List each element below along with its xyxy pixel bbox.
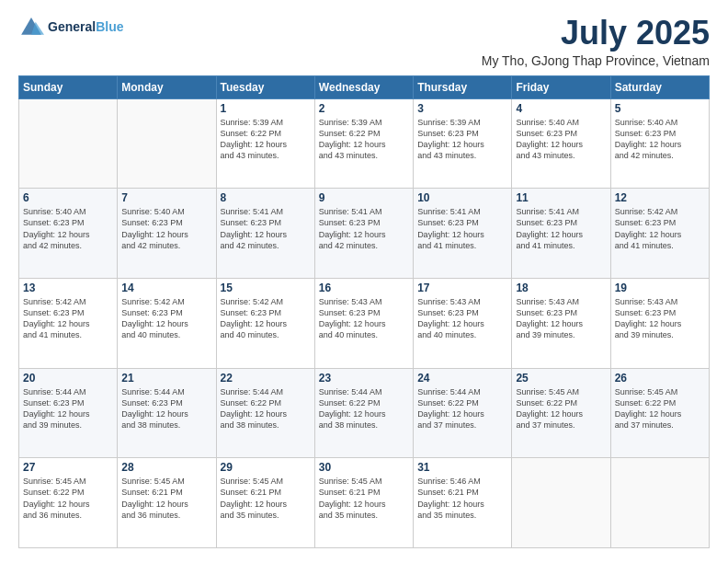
calendar-week-3: 13Sunrise: 5:42 AM Sunset: 6:23 PM Dayli… xyxy=(19,278,710,368)
day-number: 11 xyxy=(516,191,606,204)
day-number: 1 xyxy=(221,102,311,115)
calendar-header-tuesday: Tuesday xyxy=(216,75,314,98)
day-number: 15 xyxy=(221,282,311,294)
calendar-day-13: 13Sunrise: 5:42 AM Sunset: 6:23 PM Dayli… xyxy=(19,278,118,368)
calendar-week-2: 6Sunrise: 5:40 AM Sunset: 6:23 PM Daylig… xyxy=(19,189,710,279)
main-title: July 2025 xyxy=(482,15,710,52)
calendar-day-12: 12Sunrise: 5:42 AM Sunset: 6:23 PM Dayli… xyxy=(610,189,709,279)
day-info: Sunrise: 5:43 AM Sunset: 6:23 PM Dayligh… xyxy=(516,296,606,341)
day-info: Sunrise: 5:39 AM Sunset: 6:22 PM Dayligh… xyxy=(221,117,311,162)
day-number: 28 xyxy=(121,461,211,474)
day-info: Sunrise: 5:45 AM Sunset: 6:22 PM Dayligh… xyxy=(23,476,113,521)
logo: GeneralBlue xyxy=(18,15,123,40)
day-number: 30 xyxy=(319,461,409,474)
calendar-day-20: 20Sunrise: 5:44 AM Sunset: 6:23 PM Dayli… xyxy=(19,368,118,458)
calendar-day-28: 28Sunrise: 5:45 AM Sunset: 6:21 PM Dayli… xyxy=(118,458,216,548)
calendar-day-6: 6Sunrise: 5:40 AM Sunset: 6:23 PM Daylig… xyxy=(19,189,118,279)
day-number: 16 xyxy=(319,282,409,294)
calendar-day-empty xyxy=(118,98,216,189)
header: GeneralBlue July 2025 My Tho, GJong Thap… xyxy=(18,15,710,68)
day-info: Sunrise: 5:44 AM Sunset: 6:23 PM Dayligh… xyxy=(23,386,113,431)
calendar-day-2: 2Sunrise: 5:39 AM Sunset: 6:22 PM Daylig… xyxy=(314,98,413,189)
day-number: 21 xyxy=(121,372,211,385)
day-number: 31 xyxy=(417,461,507,474)
day-number: 24 xyxy=(417,372,507,385)
day-number: 9 xyxy=(319,191,409,204)
day-info: Sunrise: 5:40 AM Sunset: 6:23 PM Dayligh… xyxy=(121,206,211,251)
calendar-day-3: 3Sunrise: 5:39 AM Sunset: 6:23 PM Daylig… xyxy=(414,98,512,189)
calendar-header-friday: Friday xyxy=(512,75,610,98)
day-info: Sunrise: 5:41 AM Sunset: 6:23 PM Dayligh… xyxy=(319,206,409,251)
day-number: 25 xyxy=(516,372,606,385)
day-info: Sunrise: 5:43 AM Sunset: 6:23 PM Dayligh… xyxy=(615,296,705,341)
day-info: Sunrise: 5:44 AM Sunset: 6:22 PM Dayligh… xyxy=(319,386,409,431)
calendar-day-18: 18Sunrise: 5:43 AM Sunset: 6:23 PM Dayli… xyxy=(512,278,610,368)
calendar-day-19: 19Sunrise: 5:43 AM Sunset: 6:23 PM Dayli… xyxy=(610,278,709,368)
day-info: Sunrise: 5:45 AM Sunset: 6:21 PM Dayligh… xyxy=(121,476,211,521)
calendar-day-14: 14Sunrise: 5:42 AM Sunset: 6:23 PM Dayli… xyxy=(118,278,216,368)
day-number: 12 xyxy=(615,191,705,204)
day-info: Sunrise: 5:45 AM Sunset: 6:21 PM Dayligh… xyxy=(221,476,311,521)
calendar-table: SundayMondayTuesdayWednesdayThursdayFrid… xyxy=(18,75,710,548)
calendar-header-saturday: Saturday xyxy=(610,75,709,98)
calendar-day-5: 5Sunrise: 5:40 AM Sunset: 6:23 PM Daylig… xyxy=(610,98,709,189)
calendar-day-empty xyxy=(19,98,118,189)
calendar-day-15: 15Sunrise: 5:42 AM Sunset: 6:23 PM Dayli… xyxy=(216,278,314,368)
day-number: 14 xyxy=(121,282,211,294)
day-info: Sunrise: 5:40 AM Sunset: 6:23 PM Dayligh… xyxy=(516,117,606,162)
calendar-week-4: 20Sunrise: 5:44 AM Sunset: 6:23 PM Dayli… xyxy=(19,368,710,458)
day-info: Sunrise: 5:41 AM Sunset: 6:23 PM Dayligh… xyxy=(516,206,606,251)
calendar-day-31: 31Sunrise: 5:46 AM Sunset: 6:21 PM Dayli… xyxy=(414,458,512,548)
day-info: Sunrise: 5:44 AM Sunset: 6:23 PM Dayligh… xyxy=(121,386,211,431)
day-number: 13 xyxy=(23,282,113,294)
calendar-header-thursday: Thursday xyxy=(414,75,512,98)
day-info: Sunrise: 5:46 AM Sunset: 6:21 PM Dayligh… xyxy=(417,476,507,521)
day-number: 26 xyxy=(615,372,705,385)
day-info: Sunrise: 5:44 AM Sunset: 6:22 PM Dayligh… xyxy=(221,386,311,431)
day-info: Sunrise: 5:40 AM Sunset: 6:23 PM Dayligh… xyxy=(615,117,705,162)
calendar-header-monday: Monday xyxy=(118,75,216,98)
calendar-day-9: 9Sunrise: 5:41 AM Sunset: 6:23 PM Daylig… xyxy=(314,189,413,279)
calendar-day-17: 17Sunrise: 5:43 AM Sunset: 6:23 PM Dayli… xyxy=(414,278,512,368)
day-info: Sunrise: 5:40 AM Sunset: 6:23 PM Dayligh… xyxy=(23,206,113,251)
calendar-week-1: 1Sunrise: 5:39 AM Sunset: 6:22 PM Daylig… xyxy=(19,98,710,189)
day-number: 6 xyxy=(23,191,113,204)
calendar-day-22: 22Sunrise: 5:44 AM Sunset: 6:22 PM Dayli… xyxy=(216,368,314,458)
day-number: 17 xyxy=(417,282,507,294)
day-number: 19 xyxy=(615,282,705,294)
calendar-day-24: 24Sunrise: 5:44 AM Sunset: 6:22 PM Dayli… xyxy=(414,368,512,458)
calendar-day-empty xyxy=(512,458,610,548)
logo-icon xyxy=(18,15,44,40)
day-info: Sunrise: 5:45 AM Sunset: 6:22 PM Dayligh… xyxy=(615,386,705,431)
day-info: Sunrise: 5:42 AM Sunset: 6:23 PM Dayligh… xyxy=(615,206,705,251)
calendar-day-8: 8Sunrise: 5:41 AM Sunset: 6:23 PM Daylig… xyxy=(216,189,314,279)
day-info: Sunrise: 5:39 AM Sunset: 6:22 PM Dayligh… xyxy=(319,117,409,162)
day-number: 8 xyxy=(221,191,311,204)
day-info: Sunrise: 5:42 AM Sunset: 6:23 PM Dayligh… xyxy=(221,296,311,341)
calendar-day-7: 7Sunrise: 5:40 AM Sunset: 6:23 PM Daylig… xyxy=(118,189,216,279)
day-info: Sunrise: 5:39 AM Sunset: 6:23 PM Dayligh… xyxy=(417,117,507,162)
day-number: 4 xyxy=(516,102,606,115)
calendar-day-11: 11Sunrise: 5:41 AM Sunset: 6:23 PM Dayli… xyxy=(512,189,610,279)
day-number: 20 xyxy=(23,372,113,385)
calendar-day-21: 21Sunrise: 5:44 AM Sunset: 6:23 PM Dayli… xyxy=(118,368,216,458)
page: GeneralBlue July 2025 My Tho, GJong Thap… xyxy=(0,0,728,563)
calendar-day-4: 4Sunrise: 5:40 AM Sunset: 6:23 PM Daylig… xyxy=(512,98,610,189)
day-number: 3 xyxy=(417,102,507,115)
title-block: July 2025 My Tho, GJong Thap Province, V… xyxy=(482,15,710,68)
calendar-header-wednesday: Wednesday xyxy=(314,75,413,98)
day-number: 7 xyxy=(121,191,211,204)
calendar-day-26: 26Sunrise: 5:45 AM Sunset: 6:22 PM Dayli… xyxy=(610,368,709,458)
day-number: 23 xyxy=(319,372,409,385)
calendar-day-23: 23Sunrise: 5:44 AM Sunset: 6:22 PM Dayli… xyxy=(314,368,413,458)
day-number: 5 xyxy=(615,102,705,115)
logo-text: GeneralBlue xyxy=(48,20,123,34)
calendar-day-16: 16Sunrise: 5:43 AM Sunset: 6:23 PM Dayli… xyxy=(314,278,413,368)
calendar-day-10: 10Sunrise: 5:41 AM Sunset: 6:23 PM Dayli… xyxy=(414,189,512,279)
calendar-day-25: 25Sunrise: 5:45 AM Sunset: 6:22 PM Dayli… xyxy=(512,368,610,458)
subtitle: My Tho, GJong Thap Province, Vietnam xyxy=(482,53,710,68)
day-number: 2 xyxy=(319,102,409,115)
calendar-day-30: 30Sunrise: 5:45 AM Sunset: 6:21 PM Dayli… xyxy=(314,458,413,548)
day-info: Sunrise: 5:45 AM Sunset: 6:21 PM Dayligh… xyxy=(319,476,409,521)
day-number: 10 xyxy=(417,191,507,204)
